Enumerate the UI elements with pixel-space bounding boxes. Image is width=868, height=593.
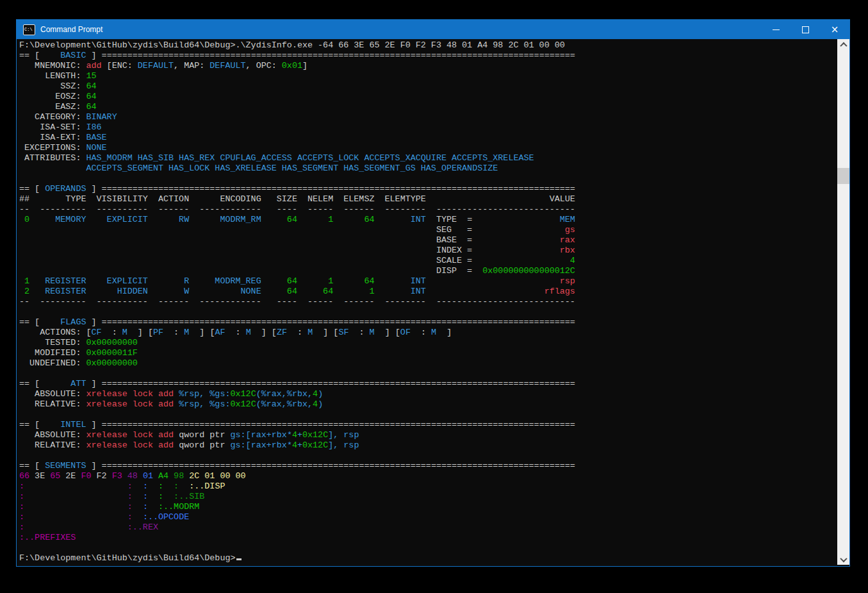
scrollbar[interactable] <box>837 39 849 565</box>
terminal-line: -- --------- ---------- ------ ---------… <box>19 297 575 307</box>
terminal-line: 0 MEMORY EXPLICIT RW MODRM_RM 64 1 64 IN… <box>19 215 575 225</box>
terminal-line <box>19 410 575 420</box>
terminal-line: : :..REX <box>19 522 575 533</box>
terminal-line: ## TYPE VISIBILITY ACTION ENCODING SIZE … <box>19 194 575 205</box>
minimize-button[interactable] <box>761 20 790 39</box>
terminal-line: INDEX = rbx <box>19 246 575 256</box>
window-title: Command Prompt <box>40 25 102 34</box>
terminal-line: SSZ: 64 <box>19 81 575 92</box>
terminal-line: == [ FLAGS ] ===========================… <box>19 317 575 328</box>
terminal-line: RELATIVE: xrelease lock add %rsp, %gs:0x… <box>19 399 575 410</box>
close-icon: × <box>831 25 839 35</box>
terminal-line: SEG = gs <box>19 225 575 235</box>
terminal-line: :..PREFIXES <box>19 533 575 543</box>
terminal-line: == [ SEGMENTS ] ========================… <box>19 461 575 471</box>
terminal-line: 2 REGISTER HIDDEN W NONE 64 64 1 INT rfl… <box>19 287 575 297</box>
scroll-down-button[interactable] <box>837 554 849 565</box>
terminal-line: F:\Development\GitHub\zydis\Build64\Debu… <box>19 553 575 564</box>
terminal-line: DISP = 0x000000000000012C <box>19 266 575 276</box>
terminal-line: == [ INTEL ] ===========================… <box>19 420 575 430</box>
chevron-down-icon <box>840 555 847 562</box>
command-prompt-window: C:\ Command Prompt × F:\Development\GitH… <box>16 19 850 567</box>
terminal-line <box>19 307 575 317</box>
terminal-line: ACTIONS: [CF : M ] [PF : M ] [AF : M ] [… <box>19 328 575 338</box>
terminal-line: MNEMONIC: add [ENC: DEFAULT, MAP: DEFAUL… <box>19 61 575 71</box>
terminal-line: TESTED: 0x00000000 <box>19 338 575 348</box>
terminal-line: EOSZ: 64 <box>19 92 575 102</box>
terminal-line: ATTRIBUTES: HAS_MODRM HAS_SIB HAS_REX CP… <box>19 153 575 163</box>
minimize-icon <box>773 29 780 30</box>
cmd-icon: C:\ <box>23 24 35 35</box>
terminal-line: ISA-SET: I86 <box>19 122 575 133</box>
chevron-up-icon <box>840 42 847 49</box>
scrollbar-thumb[interactable] <box>837 168 849 184</box>
terminal-line: BASE = rax <box>19 235 575 246</box>
terminal-line: : : : : : :..DISP <box>19 481 575 492</box>
terminal-line: SCALE = 4 <box>19 256 575 266</box>
terminal-line: ACCEPTS_SEGMENT HAS_LOCK HAS_XRELEASE HA… <box>19 163 575 174</box>
terminal-line: : : : :..MODRM <box>19 502 575 512</box>
terminal-line: 1 REGISTER EXPLICIT R MODRM_REG 64 1 64 … <box>19 276 575 287</box>
terminal-line <box>19 451 575 461</box>
terminal-line: -- --------- ---------- ------ ---------… <box>19 205 575 215</box>
terminal-line: ABSOLUTE: xrelease lock add qword ptr gs… <box>19 430 575 440</box>
terminal-line: ISA-EXT: BASE <box>19 133 575 143</box>
maximize-button[interactable] <box>790 20 820 39</box>
terminal-line: MODIFIED: 0x0000011F <box>19 348 575 358</box>
terminal-line: == [ BASIC ] ===========================… <box>19 51 575 61</box>
terminal-line <box>19 369 575 379</box>
terminal-line: EXCEPTIONS: NONE <box>19 143 575 153</box>
terminal-line: F:\Development\GitHub\zydis\Build64\Debu… <box>19 40 575 51</box>
terminal-line: 66 3E 65 2E F0 F2 F3 48 01 A4 98 2C 01 0… <box>19 471 575 481</box>
terminal-line <box>19 543 575 553</box>
terminal-line: CATEGORY: BINARY <box>19 112 575 122</box>
terminal-line: LENGTH: 15 <box>19 71 575 81</box>
terminal-line: RELATIVE: xrelease lock add qword ptr gs… <box>19 440 575 451</box>
maximize-icon <box>802 26 809 33</box>
terminal-line: ABSOLUTE: xrelease lock add %rsp, %gs:0x… <box>19 389 575 399</box>
terminal-output: F:\Development\GitHub\zydis\Build64\Debu… <box>19 40 575 564</box>
terminal-line: EASZ: 64 <box>19 102 575 112</box>
terminal-line: == [ OPERANDS ] ========================… <box>19 184 575 194</box>
terminal-line: : : : : :..SIB <box>19 492 575 502</box>
terminal-line: == [ ATT ] =============================… <box>19 379 575 389</box>
window-controls: × <box>761 20 849 39</box>
terminal-line: : : :..OPCODE <box>19 512 575 522</box>
terminal-line <box>19 174 575 184</box>
text-cursor <box>236 558 242 560</box>
console-viewport[interactable]: F:\Development\GitHub\zydis\Build64\Debu… <box>17 39 848 565</box>
terminal-line: UNDEFINED: 0x00000000 <box>19 358 575 369</box>
titlebar[interactable]: C:\ Command Prompt × <box>17 20 849 39</box>
cmd-icon-text: C:\ <box>24 28 33 32</box>
desktop-background: C:\ Command Prompt × F:\Development\GitH… <box>0 0 868 593</box>
close-button[interactable]: × <box>820 20 849 39</box>
scroll-up-button[interactable] <box>837 39 849 50</box>
